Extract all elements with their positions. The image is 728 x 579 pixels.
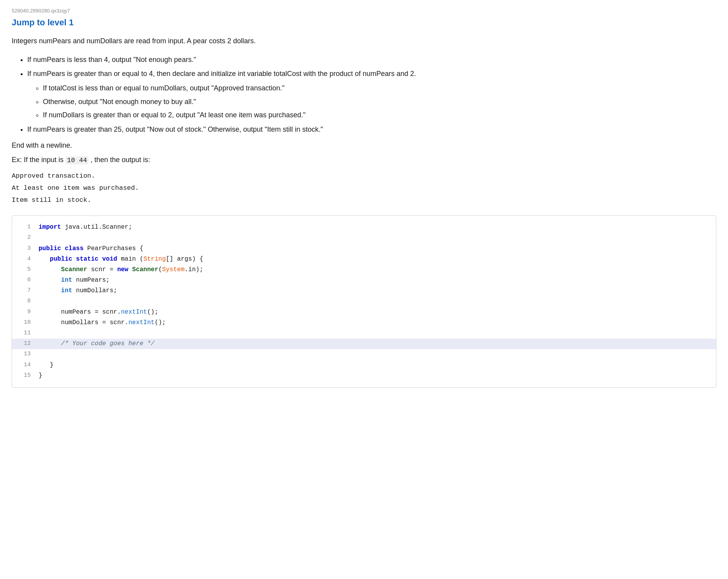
output-line-1: Approved transaction. [12, 170, 716, 182]
code-line-5: 5 Scanner scnr = new Scanner(System.in); [12, 265, 716, 275]
example-input-code: 10 44 [65, 156, 88, 164]
end-note: End with a newline. [12, 141, 716, 150]
code-line-9: 9 numPears = scnr.nextInt(); [12, 307, 716, 318]
code-line-2: 2 [12, 233, 716, 243]
description-text: Integers numPears and numDollars are rea… [12, 35, 716, 47]
code-line-14: 14 } [12, 360, 716, 371]
sub-bullet-list: If totalCost is less than or equal to nu… [43, 82, 716, 121]
sub-bullet-1: If totalCost is less than or equal to nu… [43, 82, 716, 94]
output-line-2: At least one item was purchased. [12, 182, 716, 194]
code-line-7: 7 int numDollars; [12, 286, 716, 296]
bullet-item-2: If numPears is greater than or equal to … [27, 68, 716, 121]
code-line-6: 6 int numPears; [12, 275, 716, 286]
code-line-8: 8 [12, 296, 716, 307]
bullet-item-1: If numPears is less than 4, output "Not … [27, 54, 716, 66]
sub-bullet-2: Otherwise, output "Not enough money to b… [43, 96, 716, 108]
code-line-10: 10 numDollars = scnr.nextInt(); [12, 318, 716, 328]
code-editor[interactable]: 1 import java.util.Scanner; 2 3 public c… [12, 215, 716, 388]
example-suffix-text: , then the output is: [90, 156, 150, 164]
code-line-15: 15 } [12, 371, 716, 381]
file-id-label: 528040.2990280.qx3zqy7 [12, 8, 716, 14]
sub-bullet-3: If numDollars is greater than or equal t… [43, 109, 716, 121]
example-line: Ex: If the input is 10 44 , then the out… [12, 156, 716, 164]
code-line-3: 3 public class PearPurchases { [12, 244, 716, 254]
code-line-12[interactable]: 12 /* Your code goes here */ [12, 339, 716, 349]
output-line-3: Item still in stock. [12, 194, 716, 207]
main-bullet-list: If numPears is less than 4, output "Not … [27, 54, 716, 136]
jump-to-level-heading: Jump to level 1 [12, 18, 716, 28]
output-block: Approved transaction. At least one item … [12, 170, 716, 206]
code-line-4: 4 public static void main (String[] args… [12, 254, 716, 265]
bullet-item-3: If numPears is greater than 25, output "… [27, 124, 716, 136]
code-line-11: 11 [12, 328, 716, 339]
code-line-13: 13 [12, 349, 716, 360]
example-intro-text: Ex: If the input is [12, 156, 64, 164]
code-line-1: 1 import java.util.Scanner; [12, 222, 716, 233]
